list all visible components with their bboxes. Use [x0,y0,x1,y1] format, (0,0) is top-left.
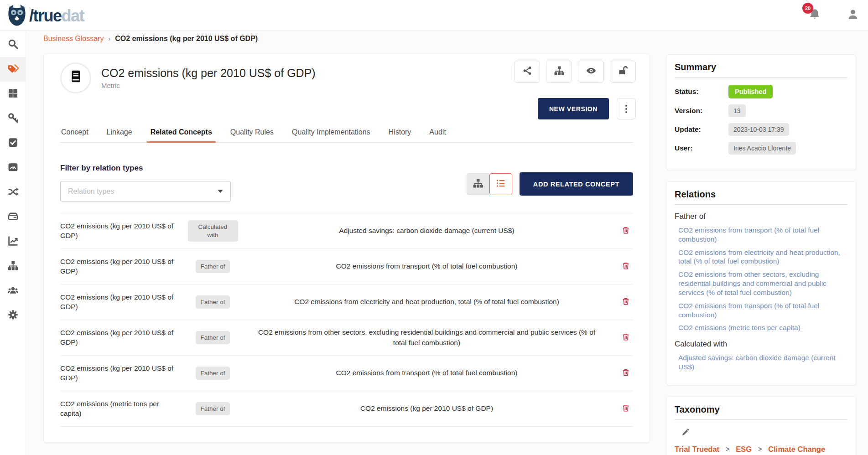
delete-relation-button[interactable] [612,225,633,237]
table-row: CO2 emissions (kg per 2010 US$ of GDP) F… [60,356,633,391]
tag-icon [7,63,19,76]
sidebar-item-structures[interactable] [0,254,26,279]
taxonomy-domain-link[interactable]: Climate Change [768,445,825,454]
delete-relation-button[interactable] [612,261,633,273]
delete-relation-button[interactable] [612,296,633,308]
status-badge: Published [728,85,773,98]
check-square-icon [7,137,19,150]
tab-related-concepts[interactable]: Related Concepts [150,124,213,142]
chevron-down-icon [218,190,223,193]
breadcrumb: Business Glossary › CO2 emissions (kg pe… [43,35,258,43]
tree-view-toggle[interactable] [467,173,489,195]
update-badge: 2023-10-03 17:39 [728,123,789,136]
list-view-icon [495,178,506,191]
concept-card: CO2 emissions (kg per 2010 US$ of GDP) M… [43,54,650,443]
sidebar-item-catalog[interactable] [0,82,26,106]
taxonomy-panel: Taxonomy Trial Truedat > ESG > Climate C… [666,397,856,455]
notifications-button[interactable]: 20 [808,7,824,24]
share-icon [522,65,533,78]
chevron-right-icon: > [758,445,762,453]
sidebar-item-glossary[interactable] [0,57,26,82]
relation-target: CO2 emissions from transport (% of total… [241,261,612,271]
summary-title: Summary [675,62,847,78]
sidebar-item-users[interactable] [0,279,26,303]
delete-relation-button[interactable] [612,367,633,379]
add-related-concept-button[interactable]: ADD RELATED CONCEPT [520,172,633,196]
related-concept-link[interactable]: CO2 emissions (metric tons per capita) [678,323,847,332]
sidebar-item-quality[interactable] [0,131,26,155]
breadcrumb-separator-icon: › [109,35,111,42]
more-options-button[interactable] [617,98,636,119]
table-row: CO2 emissions (kg per 2010 US$ of GDP) F… [60,249,633,284]
related-concept-link[interactable]: Adjusted savings: carbon dioxide damage … [678,353,847,372]
father-of-label: Father of [675,212,847,221]
relation-type-badge: Father of [196,295,229,309]
related-concept-link[interactable]: CO2 emissions from transport (% of total… [678,301,847,320]
sidebar-item-search[interactable] [0,32,26,57]
relation-target: CO2 emissions from electricity and heat … [241,297,612,307]
related-concept-link[interactable]: CO2 emissions from transport (% of total… [678,226,847,244]
version-badge: 13 [728,104,746,117]
tab-concept[interactable]: Concept [60,124,89,142]
tab-linkage[interactable]: Linkage [106,124,133,142]
taxonomy-breadcrumb: Trial Truedat > ESG > Climate Change [675,445,847,454]
bell-icon [808,16,821,23]
relation-type-badge: Calculated with [188,220,238,242]
page-title: CO2 emissions (kg per 2010 US$ of GDP) [101,67,316,80]
edit-taxonomy-button[interactable] [681,427,847,439]
users-icon [7,284,19,298]
taxonomy-title: Taxonomy [675,404,847,420]
tab-quality-implementations[interactable]: Quality Implementations [291,124,371,142]
tab-quality-rules[interactable]: Quality Rules [229,124,275,142]
delete-relation-button[interactable] [612,403,633,415]
tab-audit[interactable]: Audit [428,124,447,142]
lock-button[interactable] [610,61,636,83]
sidebar-item-lineage[interactable] [0,180,26,205]
trash-icon [621,296,630,308]
filter-heading: Filter by relation types [60,164,231,173]
related-concept-link[interactable]: CO2 emissions from electricity and heat … [678,248,847,266]
sidebar-item-access[interactable] [0,106,26,131]
relation-target: CO2 emissions (kg per 2010 US$ of GDP) [241,403,612,414]
server-icon [7,211,19,224]
tab-history[interactable]: History [388,124,412,142]
sidebar-item-dashboard[interactable] [0,155,26,180]
relation-type-badge: Father of [196,402,229,416]
search-icon [7,38,19,52]
taxonomy-domain-link[interactable]: ESG [736,445,752,454]
unlock-icon [618,65,629,78]
chevron-right-icon: > [726,445,729,453]
sidebar-item-analytics[interactable] [0,229,26,254]
relation-types-placeholder: Relation types [68,187,114,196]
relation-type-badge: Father of [196,331,229,345]
truedat-logo[interactable]: /truedat [6,4,84,28]
version-label: Version: [675,107,728,115]
watch-button[interactable] [578,61,604,83]
eye-icon [586,65,597,78]
relation-type-badge: Father of [196,367,229,380]
list-view-toggle[interactable] [489,173,512,195]
taxonomy-domain-link[interactable]: Trial Truedat [675,445,719,454]
summary-panel: Summary Status: Published Version: 13 Up… [666,54,856,170]
sidebar-item-data-sources[interactable] [0,205,26,229]
breadcrumb-glossary-link[interactable]: Business Glossary [43,35,104,43]
user-menu-button[interactable] [846,8,860,23]
concept-tabs: Concept Linkage Related Concepts Quality… [60,124,633,143]
sitemap-icon [554,65,565,78]
new-version-button[interactable]: NEW VERSION [538,98,609,119]
taxonomy-view-button[interactable] [546,61,572,83]
relation-type-badge: Father of [196,260,229,274]
calculated-with-label: Calculated with [675,340,847,349]
relation-source: CO2 emissions (kg per 2010 US$ of GDP) [60,328,184,347]
related-concept-link[interactable]: CO2 emissions from other sectors, exclud… [678,270,847,297]
sidebar-item-settings[interactable] [0,303,26,328]
relation-types-select[interactable]: Relation types [60,181,231,202]
share-button[interactable] [514,61,540,83]
trash-icon [621,261,630,273]
relation-source: CO2 emissions (kg per 2010 US$ of GDP) [60,364,184,383]
relation-target: CO2 emissions from other sectors, exclud… [241,327,612,348]
update-label: Update: [675,125,728,134]
delete-relation-button[interactable] [612,332,633,344]
gauge-icon [7,161,19,175]
view-toggle-group [467,173,512,195]
